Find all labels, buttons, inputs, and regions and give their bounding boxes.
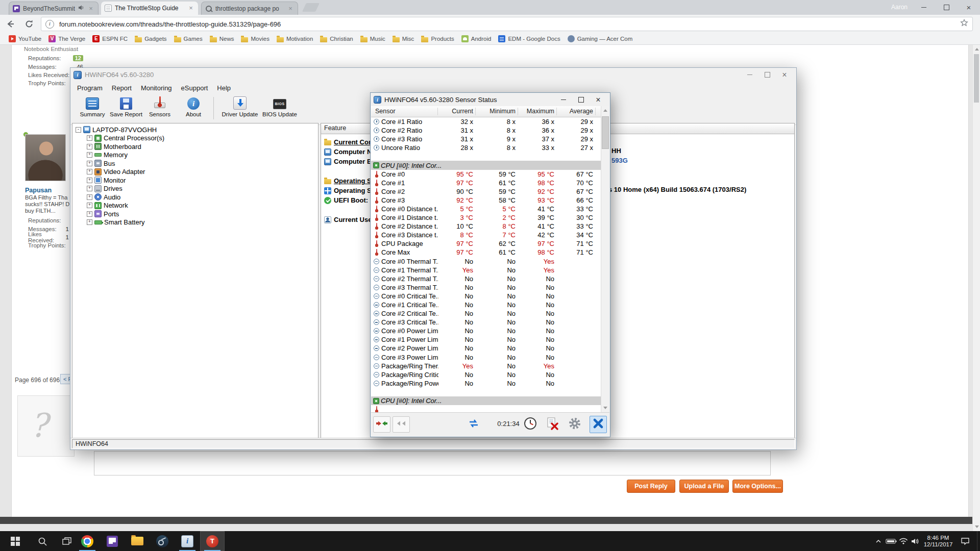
expand-icon[interactable]: + xyxy=(87,203,92,208)
tray-expand-button[interactable] xyxy=(873,531,884,551)
toolbar-summary-button[interactable]: Summary xyxy=(76,96,109,117)
tree-item-video[interactable]: +Video Adapter xyxy=(76,168,318,177)
sensor-row[interactable]: Core #3 Power Limi...NoNoNo xyxy=(371,353,602,362)
bookmark-item[interactable]: Gaming — Acer Com xyxy=(564,34,636,43)
bookmark-item[interactable]: Android xyxy=(458,34,495,43)
bookmark-item[interactable]: Products xyxy=(418,35,457,43)
menu-program[interactable]: Program xyxy=(72,83,107,93)
reset-minmax-button[interactable] xyxy=(373,416,390,433)
sensor-row[interactable]: Core #3 Distance t...8 °C7 °C42 °C34 °C xyxy=(371,231,602,239)
sensor-titlebar[interactable]: HWiNFO64 v5.60-3280 Sensor Status × xyxy=(371,93,610,107)
volume-tray-icon[interactable] xyxy=(910,531,921,551)
tab-close-icon[interactable]: × xyxy=(187,5,194,12)
menu-esupport[interactable]: eSupport xyxy=(177,83,213,93)
upload-file-button[interactable]: Upload a File xyxy=(679,480,729,493)
sensor-row[interactable]: Core #095 °C59 °C95 °C67 °C xyxy=(371,170,602,179)
minimize-button[interactable] xyxy=(741,69,758,81)
page-scrollbar[interactable] xyxy=(972,45,980,531)
network-tray-icon[interactable] xyxy=(897,531,910,551)
minimize-button[interactable] xyxy=(555,94,572,106)
tree-item-bat[interactable]: +Smart Battery xyxy=(76,218,318,227)
taskbar-throttlestop-button[interactable] xyxy=(200,531,225,551)
sensor-row[interactable]: Core #2 Critical Te...NoNoNo xyxy=(371,309,602,318)
post-reply-button[interactable]: Post Reply xyxy=(627,480,675,493)
bookmark-item[interactable]: Gadgets xyxy=(131,35,170,43)
poster2-username-link[interactable]: Papusan xyxy=(25,187,52,194)
collapse-icon[interactable]: - xyxy=(76,127,81,133)
toolbar-driver-button[interactable]: Driver Update xyxy=(220,96,260,117)
sensor-row[interactable]: Core #0 Power Limi...NoNoNo xyxy=(371,327,602,335)
bookmark-star-icon[interactable] xyxy=(960,19,968,29)
sensor-row[interactable] xyxy=(371,405,602,412)
bookmark-item[interactable]: Movies xyxy=(237,35,273,43)
bookmark-item[interactable]: Christian xyxy=(316,35,356,43)
bookmark-item[interactable]: Misc xyxy=(389,35,418,43)
scroll-up-icon[interactable] xyxy=(975,48,979,51)
menu-report[interactable]: Report xyxy=(107,83,136,93)
history-button[interactable] xyxy=(393,416,410,433)
sensor-row[interactable]: Core #3 Critical Te...NoNoNo xyxy=(371,318,602,327)
bookmark-item[interactable]: EDM - Google Docs xyxy=(495,34,564,43)
clock[interactable]: 8:46 PM 12/11/2017 xyxy=(922,531,954,551)
expand-icon[interactable]: + xyxy=(87,144,92,149)
sensor-row[interactable]: Package/Ring Critic...NoNoNo xyxy=(371,370,602,379)
column-maximum[interactable]: Maximum xyxy=(519,108,554,115)
reload-button[interactable] xyxy=(21,16,37,32)
tree-item-bus[interactable]: +Bus xyxy=(76,159,318,168)
close-sensors-button[interactable] xyxy=(590,416,607,433)
maximize-button[interactable] xyxy=(572,94,590,106)
sensor-row[interactable]: Core #197 °C61 °C98 °C70 °C xyxy=(371,179,602,187)
scroll-up-icon[interactable] xyxy=(603,109,607,112)
action-center-button[interactable] xyxy=(958,531,973,551)
expand-icon[interactable]: + xyxy=(87,194,92,200)
toolbar-bios-button[interactable]: BIOS Update xyxy=(260,96,300,117)
column-sensor[interactable]: Sensor xyxy=(375,108,396,115)
sensor-row[interactable]: Core #2 Ratio31 x8 x36 x29 x xyxy=(371,126,602,135)
sensor-row[interactable]: Core #2 Distance t...10 °C8 °C41 °C33 °C xyxy=(371,222,602,231)
taskbar-steam-button[interactable] xyxy=(150,531,175,551)
expand-icon[interactable]: + xyxy=(87,211,92,217)
tree-item-cpu[interactable]: +Central Processor(s) xyxy=(76,134,318,143)
bookmark-item[interactable]: Motivation xyxy=(273,35,316,43)
tree-item-ports[interactable]: +Ports xyxy=(76,210,318,218)
sensor-row[interactable]: Core #3 Thermal T...NoNoNo xyxy=(371,283,602,292)
sensor-row[interactable]: Core #290 °C59 °C92 °C67 °C xyxy=(371,187,602,196)
sensor-row[interactable]: Core #392 °C58 °C93 °C66 °C xyxy=(371,196,602,205)
tree-root[interactable]: -LAPTOP-87VVOGHH xyxy=(76,126,318,134)
menu-help[interactable]: Help xyxy=(212,83,235,93)
browser-minimize-button[interactable] xyxy=(913,0,935,15)
sensor-row[interactable]: Uncore Ratio28 x8 x33 x27 x xyxy=(371,143,602,152)
tab-beyondthesummit[interactable]: BeyondTheSummit - × xyxy=(9,2,99,15)
expand-icon[interactable]: + xyxy=(87,152,92,158)
sensor-row[interactable]: Core #0 Distance t...5 °C5 °C41 °C33 °C xyxy=(371,205,602,213)
new-tab-button[interactable] xyxy=(302,3,320,12)
toolbar-about-button[interactable]: About xyxy=(177,96,210,117)
column-current[interactable]: Current xyxy=(439,108,473,115)
back-button[interactable] xyxy=(3,16,18,32)
close-button[interactable]: × xyxy=(590,94,607,106)
tab-close-icon[interactable]: × xyxy=(87,5,94,12)
bookmark-item[interactable]: ESPN FC xyxy=(89,34,131,43)
tree-item-mon[interactable]: +Monitor xyxy=(76,176,318,185)
close-button[interactable]: × xyxy=(776,69,793,81)
hwinfo-titlebar[interactable]: HWiNFO64 v5.60-3280 × xyxy=(70,68,796,82)
toolbar-save-button[interactable]: Save Report xyxy=(109,96,143,117)
sensor-row[interactable]: Core #2 Power Limi...NoNoNo xyxy=(371,344,602,353)
page-info-icon[interactable]: i xyxy=(45,20,54,29)
expand-icon[interactable]: + xyxy=(87,169,92,174)
sensor-section-row[interactable]: CPU [#0]: Intel Cor... xyxy=(371,161,602,169)
bookmark-item[interactable]: News xyxy=(206,35,238,43)
more-options-button[interactable]: More Options... xyxy=(732,480,783,493)
omnibox[interactable]: i xyxy=(41,17,973,31)
tab-search-result[interactable]: throttlestop package po × xyxy=(201,2,298,15)
expand-icon[interactable]: + xyxy=(87,186,92,191)
battery-tray-icon[interactable] xyxy=(885,531,897,551)
menu-monitoring[interactable]: Monitoring xyxy=(136,83,177,93)
show-desktop-button[interactable] xyxy=(977,531,980,551)
expand-icon[interactable]: + xyxy=(87,135,92,141)
bookmark-item[interactable]: The Verge xyxy=(45,34,89,43)
clock-button[interactable] xyxy=(522,416,539,433)
avatar[interactable] xyxy=(25,134,66,181)
computer-brand-value-fragment[interactable]: 593G xyxy=(611,157,628,164)
tree-item-drv2[interactable]: +Drives xyxy=(76,185,318,193)
